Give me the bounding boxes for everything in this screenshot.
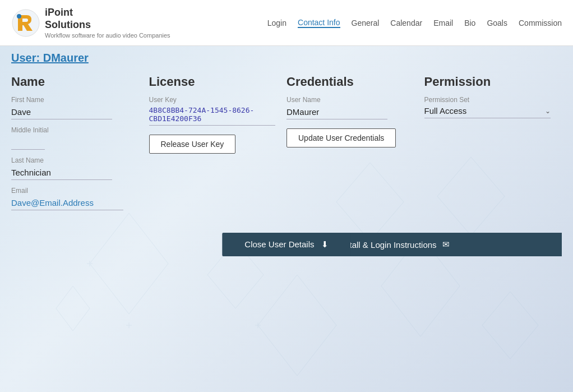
- nav-login[interactable]: Login: [267, 19, 286, 27]
- logo-area: iPointSolutions Workflow software for au…: [11, 7, 170, 39]
- permission-section-title: Permission: [424, 75, 551, 89]
- main-nav: Login Contact Info General Calendar Emai…: [267, 18, 562, 28]
- close-user-details-button[interactable]: Close User Details ⬇: [222, 233, 350, 256]
- nav-general[interactable]: General: [352, 19, 380, 27]
- logo-text: iPointSolutions Workflow software for au…: [45, 7, 170, 39]
- nav-goals[interactable]: Goals: [487, 19, 507, 27]
- user-key-label: User Key: [149, 96, 276, 104]
- release-user-key-button[interactable]: Release User Key: [149, 135, 236, 154]
- user-heading[interactable]: User: DMaurer: [0, 46, 573, 69]
- credentials-section-title: Credentials: [286, 75, 413, 89]
- first-name-input[interactable]: [11, 106, 112, 119]
- email-input[interactable]: [11, 197, 123, 210]
- header: iPointSolutions Workflow software for au…: [0, 0, 573, 46]
- permission-select-container[interactable]: Full Access ⌄: [424, 106, 551, 118]
- update-credentials-button[interactable]: Update User Credentials: [286, 128, 396, 147]
- license-section: License User Key 4B8C8BB4-724A-1545-8626…: [149, 69, 287, 216]
- user-name-input[interactable]: [286, 106, 387, 119]
- last-name-input[interactable]: [11, 167, 112, 180]
- logo-icon: [11, 8, 40, 38]
- permission-value: Full Access: [424, 106, 546, 116]
- middle-initial-input[interactable]: [11, 136, 45, 150]
- nav-commission[interactable]: Commission: [519, 19, 562, 27]
- sections-row: Name First Name Middle Initial Last Name…: [11, 69, 562, 216]
- permission-section: Permission Permission Set Full Access ⌄: [424, 69, 562, 216]
- email-label: Email: [11, 187, 138, 195]
- svg-point-7: [17, 14, 21, 19]
- nav-calendar[interactable]: Calendar: [390, 19, 422, 27]
- name-section-title: Name: [11, 75, 138, 89]
- license-buttons: Release User Key: [149, 135, 276, 154]
- logo-title: iPointSolutions: [45, 7, 170, 31]
- user-name-label: User Name: [286, 96, 413, 104]
- download-icon: ⬇: [321, 239, 329, 249]
- logo-subtitle: Workflow software for audio video Compan…: [45, 32, 170, 39]
- first-name-label: First Name: [11, 96, 138, 104]
- chevron-down-icon: ⌄: [545, 107, 551, 115]
- name-section: Name First Name Middle Initial Last Name…: [11, 69, 149, 216]
- user-key-value: 4B8C8BB4-724A-1545-8626-CBD1E4200F36: [149, 106, 276, 126]
- license-section-title: License: [149, 75, 276, 89]
- middle-initial-label: Middle Initial: [11, 126, 138, 134]
- close-btn-label: Close User Details: [244, 239, 314, 249]
- nav-email[interactable]: Email: [433, 19, 453, 27]
- email-envelope-icon: ✉: [442, 239, 450, 250]
- credentials-section: Credentials User Name Update User Creden…: [286, 69, 424, 216]
- last-name-label: Last Name: [11, 156, 138, 164]
- close-btn-area: Close User Details ⬇: [222, 233, 350, 256]
- nav-contact-info[interactable]: Contact Info: [298, 18, 340, 28]
- nav-bio[interactable]: Bio: [464, 19, 475, 27]
- permission-set-label: Permission Set: [424, 96, 551, 104]
- credentials-buttons: Update User Credentials: [286, 128, 413, 147]
